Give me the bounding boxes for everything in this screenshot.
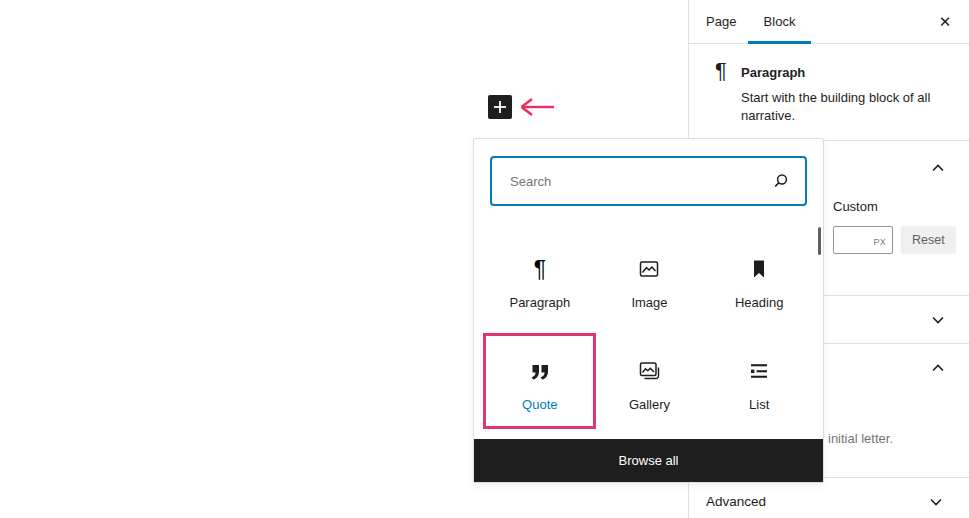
custom-size-label: Custom (833, 199, 878, 214)
block-editor-screen: Page Block ✕ ¶ Paragraph Start with the … (0, 0, 969, 518)
block-inserter-popup: ¶ Paragraph Image Heading (473, 138, 824, 483)
custom-size-field: PX (833, 226, 893, 254)
chevron-up-icon (926, 156, 950, 180)
panel-expand-button[interactable] (926, 308, 950, 332)
block-card-description: Start with the building block of all nar… (741, 89, 959, 125)
block-card-title: Paragraph (741, 65, 805, 80)
advanced-section-label[interactable]: Advanced (706, 494, 766, 509)
block-item-quote[interactable]: Quote (485, 341, 595, 443)
block-item-paragraph[interactable]: ¶ Paragraph (485, 239, 595, 341)
paragraph-icon: ¶ (715, 60, 727, 82)
browse-all-button[interactable]: Browse all (474, 439, 823, 482)
panel-collapse-button[interactable] (926, 156, 950, 180)
search-field (490, 156, 807, 206)
reset-button[interactable]: Reset (901, 226, 956, 254)
gallery-icon (637, 359, 661, 383)
arrow-left-icon (516, 94, 556, 120)
block-item-label: Heading (735, 295, 783, 310)
paragraph-icon: ¶ (528, 257, 552, 281)
chevron-down-icon (924, 490, 948, 514)
unit-label: PX (873, 237, 886, 247)
block-item-heading[interactable]: Heading (704, 239, 814, 341)
block-item-label: List (749, 397, 769, 412)
sidebar-tab-bar: Page Block ✕ (689, 0, 969, 44)
search-icon (769, 169, 793, 193)
search-input[interactable] (510, 160, 760, 202)
heading-icon (747, 257, 771, 281)
custom-size-input[interactable] (838, 227, 876, 253)
block-item-list[interactable]: List (704, 341, 814, 443)
tab-block[interactable]: Block (748, 0, 811, 44)
block-item-image[interactable]: Image (595, 239, 705, 341)
quote-icon (528, 359, 552, 383)
chevron-up-icon (926, 356, 950, 380)
list-icon (747, 359, 771, 383)
popup-scrollbar-thumb[interactable] (818, 227, 821, 255)
tab-page[interactable]: Page (706, 0, 736, 44)
image-icon (637, 257, 661, 281)
block-item-gallery[interactable]: Gallery (595, 341, 705, 443)
block-grid: ¶ Paragraph Image Heading (485, 239, 814, 443)
drop-cap-hint: initial letter. (828, 431, 893, 446)
plus-icon (488, 95, 512, 119)
block-item-label: Quote (522, 397, 557, 412)
close-icon[interactable]: ✕ (933, 10, 957, 34)
advanced-expand-button[interactable] (924, 490, 948, 514)
panel-collapse-button[interactable] (926, 356, 950, 380)
chevron-down-icon (926, 308, 950, 332)
add-block-button[interactable] (488, 95, 512, 119)
block-item-label: Image (631, 295, 667, 310)
block-item-label: Gallery (629, 397, 670, 412)
block-item-label: Paragraph (509, 295, 570, 310)
